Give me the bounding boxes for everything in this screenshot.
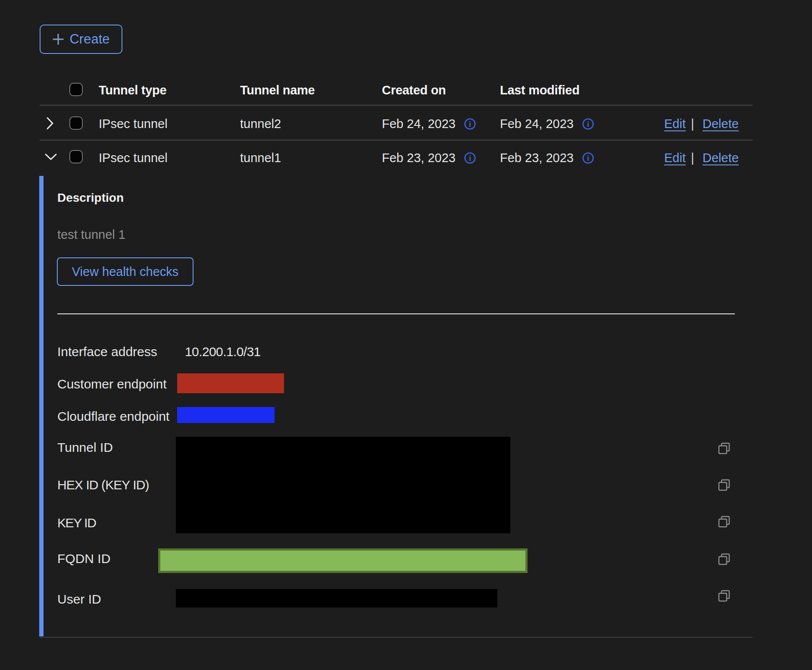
svg-text:i: i [469,120,471,128]
svg-text:i: i [587,154,589,163]
svg-text:i: i [587,120,589,128]
svg-text:i: i [469,154,471,163]
